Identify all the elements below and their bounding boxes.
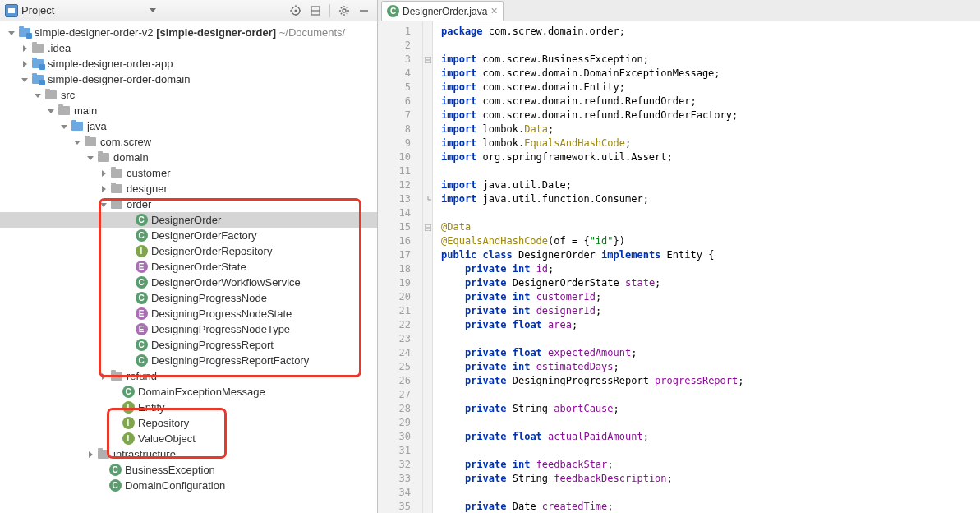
file-label: DesigningProgressReportFactory — [151, 354, 309, 367]
svg-point-1 — [295, 9, 297, 12]
tree-file[interactable]: EDesigningProgressNodeType — [0, 321, 377, 337]
project-tree[interactable]: simple-designer-order-v2 [simple-designe… — [0, 21, 377, 513]
module-icon — [31, 58, 44, 71]
file-label: BusinessException — [125, 464, 215, 476]
class-icon: C — [135, 229, 148, 243]
tree-file[interactable]: CBusinessException — [0, 462, 377, 478]
class-icon: E — [135, 323, 148, 336]
root-label: simple-designer-order-v2 [simple-designe… — [35, 26, 345, 39]
close-icon[interactable]: ✕ — [490, 6, 498, 16]
project-dropdown-icon[interactable] — [148, 8, 158, 12]
chevron-right-icon[interactable] — [99, 372, 108, 381]
chevron-right-icon[interactable] — [99, 184, 108, 194]
tab-label: DesignerOrder.java — [403, 6, 487, 17]
file-label: DesigningProgressNode — [151, 292, 267, 304]
tree-file[interactable]: CDesignerOrderWorkflowService — [0, 275, 377, 290]
folder-icon — [110, 167, 123, 180]
tree-file[interactable]: CDesignerOrder — [0, 212, 377, 228]
folder-icon — [110, 198, 123, 211]
chevron-down-icon[interactable] — [33, 90, 43, 100]
target-icon[interactable] — [288, 2, 304, 19]
hide-icon[interactable] — [356, 2, 372, 19]
tree-file[interactable]: CDesigningProgressReport — [0, 337, 377, 353]
class-icon: C — [387, 5, 399, 17]
code-area[interactable]: package com.screw.domain.order; import c… — [433, 21, 980, 513]
tree-file[interactable]: CDesigningProgressReportFactory — [0, 353, 377, 368]
chevron-down-icon[interactable] — [59, 122, 69, 132]
file-label: ValueObject — [138, 432, 196, 445]
project-icon — [5, 4, 18, 17]
editor-tab[interactable]: C DesignerOrder.java ✕ — [381, 1, 504, 21]
class-icon: E — [135, 261, 148, 274]
tree-file[interactable]: IEntity — [0, 400, 377, 415]
tree-node-domain-pkg[interactable]: domain — [0, 150, 377, 165]
tree-node-infrastructure[interactable]: infrastructure — [0, 446, 377, 462]
file-label: DesignerOrderRepository — [151, 245, 272, 257]
tree-file[interactable]: EDesigningProgressNodeState — [0, 306, 377, 321]
gear-icon[interactable] — [336, 2, 352, 19]
class-icon: C — [135, 354, 148, 367]
chevron-right-icon[interactable] — [99, 169, 108, 178]
tree-root[interactable]: simple-designer-order-v2 [simple-designe… — [0, 25, 377, 40]
tree-file[interactable]: IValueObject — [0, 431, 377, 446]
folder-icon — [58, 104, 71, 118]
file-label: DesigningProgressReport — [151, 339, 274, 351]
file-label: DesignerOrderFactory — [151, 229, 257, 242]
file-label: DesigningProgressNodeState — [151, 307, 292, 320]
class-icon: C — [108, 479, 122, 492]
tree-file[interactable]: CDomainExceptionMessage — [0, 384, 377, 400]
module-icon — [18, 26, 31, 39]
class-icon: C — [135, 276, 148, 289]
class-icon: C — [108, 464, 122, 477]
tree-file[interactable]: CDesigningProgressNode — [0, 290, 377, 306]
chevron-down-icon[interactable] — [99, 200, 108, 210]
class-icon: I — [122, 401, 135, 414]
file-label: DesignerOrder — [151, 214, 221, 226]
tree-node-designer[interactable]: designer — [0, 181, 377, 196]
tree-node-refund[interactable]: refund — [0, 368, 377, 384]
chevron-down-icon[interactable] — [46, 106, 56, 116]
chevron-right-icon[interactable] — [20, 44, 30, 53]
file-label: DesigningProgressNodeType — [151, 323, 290, 335]
file-label: DomainConfiguration — [125, 479, 225, 492]
chevron-down-icon[interactable] — [7, 28, 16, 38]
folder-icon — [110, 183, 123, 196]
class-icon: I — [122, 432, 135, 446]
folder-icon — [44, 89, 58, 102]
chevron-right-icon[interactable] — [85, 450, 95, 460]
chevron-down-icon[interactable] — [20, 75, 30, 85]
folder-icon — [31, 42, 44, 55]
file-label: DesignerOrderWorkflowService — [151, 276, 301, 289]
collapse-icon[interactable] — [307, 2, 324, 19]
folder-icon — [110, 370, 123, 383]
folder-icon — [84, 136, 97, 149]
class-icon: C — [135, 292, 148, 305]
file-label: Entity — [138, 401, 165, 414]
chevron-down-icon[interactable] — [72, 137, 82, 147]
tree-node-customer[interactable]: customer — [0, 165, 377, 181]
line-gutter: 1234567891011121314151617181920212223242… — [378, 21, 423, 513]
editor-pane: C DesignerOrder.java ✕ 12345678910111213… — [378, 0, 980, 513]
chevron-down-icon[interactable] — [85, 153, 95, 163]
tree-node-idea[interactable]: .idea — [0, 40, 377, 56]
chevron-right-icon[interactable] — [20, 59, 30, 69]
tree-node-order[interactable]: order — [0, 196, 377, 212]
tree-node-main[interactable]: main — [0, 103, 377, 118]
file-label: Repository — [138, 417, 189, 429]
tree-node-domain[interactable]: simple-designer-order-domain — [0, 72, 377, 87]
editor-tabs: C DesignerOrder.java ✕ — [378, 0, 980, 21]
tree-file[interactable]: IDesignerOrderRepository — [0, 243, 377, 259]
folder-icon — [97, 151, 110, 164]
fold-column[interactable] — [423, 21, 433, 513]
tree-file[interactable]: IRepository — [0, 415, 377, 431]
folder-icon — [97, 448, 110, 461]
tree-node-comscrew[interactable]: com.screw — [0, 134, 377, 150]
tree-node-src[interactable]: src — [0, 87, 377, 103]
editor-body: 1234567891011121314151617181920212223242… — [378, 21, 980, 513]
tree-file[interactable]: CDomainConfiguration — [0, 478, 377, 493]
tree-file[interactable]: CDesignerOrderFactory — [0, 228, 377, 243]
tree-file[interactable]: EDesignerOrderState — [0, 259, 377, 275]
tree-node-java[interactable]: java — [0, 118, 377, 134]
class-icon: C — [135, 214, 148, 227]
tree-node-app[interactable]: simple-designer-order-app — [0, 56, 377, 72]
